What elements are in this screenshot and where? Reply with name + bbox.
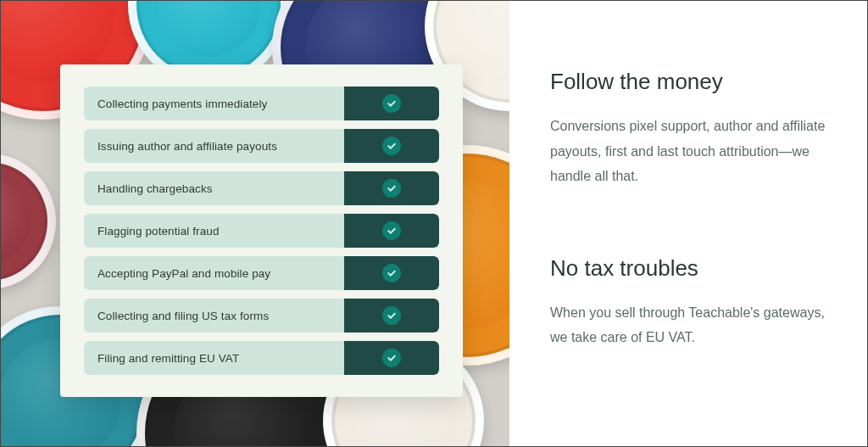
feature-label: Accepting PayPal and mobile pay — [84, 256, 344, 290]
feature-label: Issuing author and affiliate payouts — [84, 129, 344, 163]
feature-check-cell — [344, 129, 439, 163]
section-body: Conversions pixel support, author and af… — [550, 114, 830, 189]
section-heading: Follow the money — [550, 69, 830, 95]
feature-check-cell — [344, 299, 439, 332]
feature-check-cell — [344, 171, 439, 205]
paint-can-icon — [1, 154, 56, 289]
check-icon — [382, 137, 401, 155]
check-icon — [382, 349, 401, 367]
feature-label: Filing and remitting EU VAT — [84, 341, 344, 375]
feature-check-cell — [344, 256, 439, 290]
right-pane: Follow the money Conversions pixel suppo… — [509, 1, 867, 446]
feature-row: Collecting payments immediately — [84, 87, 439, 120]
feature-label: Handling chargebacks — [84, 171, 344, 205]
feature-check-cell — [344, 341, 439, 375]
feature-card: Collecting payments immediately Issuing … — [60, 64, 463, 397]
section-no-tax-troubles: No tax troubles When you sell through Te… — [550, 255, 830, 350]
feature-row: Issuing author and affiliate payouts — [84, 129, 439, 163]
section-body: When you sell through Teachable's gatewa… — [550, 300, 830, 350]
feature-row: Filing and remitting EU VAT — [84, 341, 439, 375]
section-follow-the-money: Follow the money Conversions pixel suppo… — [550, 69, 830, 189]
feature-row: Handling chargebacks — [84, 171, 439, 205]
feature-row: Collecting and filing US tax forms — [84, 299, 439, 332]
page-frame: Collecting payments immediately Issuing … — [0, 0, 868, 447]
feature-row: Flagging potential fraud — [84, 214, 439, 248]
section-heading: No tax troubles — [550, 255, 830, 282]
feature-row: Accepting PayPal and mobile pay — [84, 256, 439, 290]
feature-check-cell — [344, 87, 439, 120]
feature-check-cell — [344, 214, 439, 248]
feature-label: Collecting payments immediately — [84, 87, 344, 120]
check-icon — [382, 306, 401, 325]
check-icon — [382, 264, 401, 282]
check-icon — [382, 94, 401, 113]
feature-label: Collecting and filing US tax forms — [84, 299, 344, 332]
check-icon — [382, 221, 401, 240]
left-pane: Collecting payments immediately Issuing … — [1, 1, 509, 446]
feature-label: Flagging potential fraud — [84, 214, 344, 248]
check-icon — [382, 179, 401, 198]
